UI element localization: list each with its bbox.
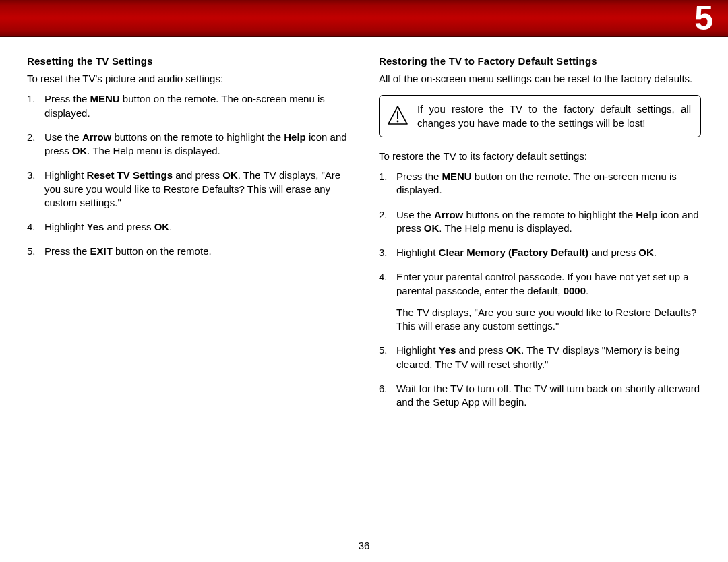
page-footer-number: 36 — [0, 540, 728, 551]
list-item: Highlight Yes and press OK. — [27, 220, 349, 234]
list-item: Highlight Clear Memory (Factory Default)… — [379, 246, 701, 259]
list-item: Enter your parental control passcode. If… — [379, 270, 701, 333]
bold-text: 0000 — [564, 285, 586, 296]
bold-text: EXIT — [90, 245, 113, 257]
text: and press — [456, 344, 506, 356]
right-heading: Restoring the TV to Factory Default Sett… — [379, 55, 701, 67]
left-intro: To reset the TV's picture and audio sett… — [27, 72, 349, 86]
list-item: Press the EXIT button on the remote. — [27, 245, 349, 258]
bold-text: Help — [284, 131, 306, 143]
text: . The Help menu is displayed. — [87, 145, 220, 156]
bold-text: Yes — [87, 221, 104, 232]
warning-icon — [388, 106, 408, 127]
left-steps: Press the MENU button on the remote. The… — [27, 92, 349, 258]
list-item: Press the MENU button on the remote. The… — [379, 170, 701, 197]
left-heading: Resetting the TV Settings — [27, 55, 349, 67]
bold-text: Arrow — [82, 131, 111, 143]
right-intro2: To restore the TV to its factory default… — [379, 150, 701, 163]
list-item: Press the MENU button on the remote. The… — [27, 92, 349, 120]
text: buttons on the remote to highlight the — [463, 209, 636, 220]
svg-point-1 — [397, 120, 399, 122]
text: Use the — [396, 209, 434, 220]
bold-text: OK — [154, 221, 170, 232]
content-columns: Resetting the TV Settings To reset the T… — [27, 55, 701, 420]
text: . The Help menu is displayed. — [439, 222, 572, 234]
list-item: Wait for the TV to turn off. The TV will… — [379, 382, 701, 410]
left-column: Resetting the TV Settings To reset the T… — [27, 55, 349, 420]
bold-text: Yes — [439, 344, 456, 356]
manual-page: 5 Resetting the TV Settings To reset the… — [0, 0, 728, 562]
text: and press — [173, 169, 222, 181]
bold-text: Help — [636, 209, 658, 220]
bold-text: OK — [424, 222, 439, 234]
text: Highlight — [44, 169, 87, 181]
chapter-banner: 5 — [0, 0, 728, 37]
text: buttons on the remote to highlight the — [111, 131, 284, 143]
list-item: Use the Arrow buttons on the remote to h… — [379, 208, 701, 236]
bold-text: Arrow — [434, 209, 463, 220]
text: Highlight — [396, 247, 439, 258]
text: Use the — [44, 131, 82, 143]
bold-text: OK — [638, 247, 654, 258]
list-item: Highlight Reset TV Settings and press OK… — [27, 168, 349, 210]
warning-box: If you restore the TV to the factory def… — [379, 95, 701, 137]
text: Press the — [44, 93, 90, 104]
text: Enter your parental control passcode. If… — [396, 271, 689, 296]
list-item: Highlight Yes and press OK. The TV displ… — [379, 344, 701, 371]
bold-text: MENU — [442, 170, 472, 182]
text: button on the remote. — [113, 245, 212, 257]
list-item: Use the Arrow buttons on the remote to h… — [27, 131, 349, 158]
bold-text: Reset TV Settings — [87, 169, 173, 181]
text: . — [586, 285, 588, 296]
text: and press — [588, 247, 638, 258]
text: Highlight — [44, 221, 87, 232]
text: Press the — [396, 170, 442, 182]
list-item-paragraph: The TV displays, "Are you sure you would… — [396, 306, 701, 334]
text: . — [654, 247, 657, 258]
bold-text: OK — [72, 145, 88, 156]
text: and press — [104, 221, 154, 232]
bold-text: Clear Memory (Factory Default) — [439, 247, 589, 258]
bold-text: OK — [506, 344, 522, 356]
right-intro: All of the on-screen menu settings can b… — [379, 72, 701, 86]
text: Wait for the TV to turn off. The TV will… — [396, 383, 700, 408]
warning-text: If you restore the TV to the factory def… — [417, 102, 691, 130]
right-column: Restoring the TV to Factory Default Sett… — [379, 55, 701, 420]
text: Highlight — [396, 344, 439, 356]
text: Press the — [44, 245, 90, 257]
text: . — [169, 221, 172, 232]
chapter-number: 5 — [694, 0, 713, 38]
bold-text: MENU — [90, 93, 120, 104]
bold-text: OK — [222, 169, 238, 181]
right-steps: Press the MENU button on the remote. The… — [379, 170, 701, 409]
